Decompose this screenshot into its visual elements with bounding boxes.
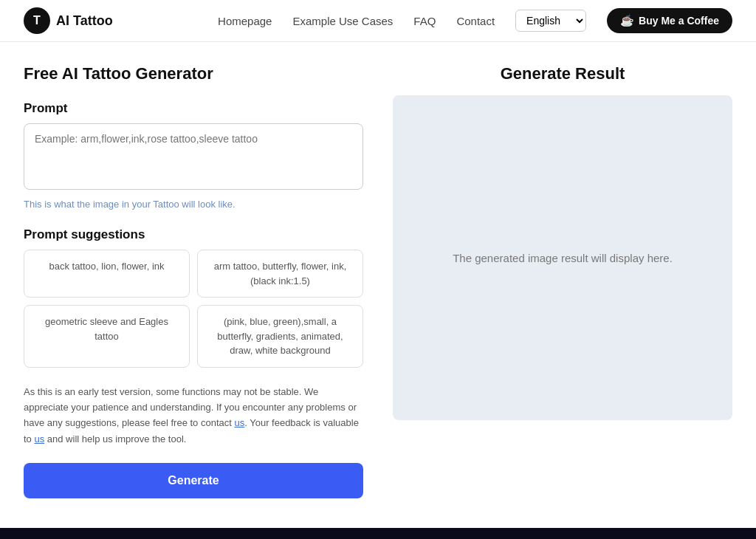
result-title: Generate Result (393, 64, 732, 83)
buy-coffee-label: Buy Me a Coffee (639, 15, 719, 27)
buy-coffee-button[interactable]: ☕ Buy Me a Coffee (607, 8, 732, 33)
prompt-input[interactable] (24, 123, 363, 190)
main-nav: Homepage Example Use Cases FAQ Contact E… (218, 8, 732, 33)
suggestions-grid: back tattoo, lion, flower, ink arm tatto… (24, 250, 363, 368)
suggestion-item-3[interactable]: (pink, blue, green),small, a butterfly, … (197, 305, 363, 368)
disclaimer-link-2[interactable]: us (34, 433, 44, 444)
coffee-icon: ☕ (620, 14, 634, 27)
nav-homepage[interactable]: Homepage (218, 15, 272, 27)
prompt-section: Prompt This is what the image in your Ta… (24, 101, 363, 210)
result-box: The generated image result will display … (393, 95, 732, 420)
logo-text: AI Tattoo (56, 13, 113, 29)
prompt-hint: This is what the image in your Tattoo wi… (24, 199, 363, 210)
disclaimer-text: As this is an early test version, some f… (24, 384, 363, 447)
site-header: T AI Tattoo Homepage Example Use Cases F… (0, 0, 756, 42)
nav-example-use-cases[interactable]: Example Use Cases (292, 15, 393, 27)
suggestions-label: Prompt suggestions (24, 227, 363, 242)
generate-button[interactable]: Generate (24, 463, 363, 498)
suggestion-item-1[interactable]: arm tattoo, butterfly, flower, ink, (bla… (197, 250, 363, 298)
result-placeholder: The generated image result will display … (453, 252, 673, 264)
suggestions-section: Prompt suggestions back tattoo, lion, fl… (24, 227, 363, 368)
logo-icon: T (24, 7, 50, 34)
disclaimer-link[interactable]: us (234, 417, 244, 428)
nav-faq[interactable]: FAQ (413, 15, 436, 27)
left-panel: Free AI Tattoo Generator Prompt This is … (24, 64, 363, 498)
language-select[interactable]: English 中文 Español Français (515, 10, 586, 32)
nav-contact[interactable]: Contact (456, 15, 495, 27)
main-content: Free AI Tattoo Generator Prompt This is … (0, 42, 756, 528)
suggestion-item-0[interactable]: back tattoo, lion, flower, ink (24, 250, 190, 298)
right-panel: Generate Result The generated image resu… (393, 64, 732, 498)
page-title: Free AI Tattoo Generator (24, 64, 363, 83)
prompt-label: Prompt (24, 101, 363, 116)
suggestion-item-2[interactable]: geometric sleeve and Eagles tattoo (24, 305, 190, 368)
site-footer (0, 528, 756, 539)
logo-area: T AI Tattoo (24, 7, 113, 34)
